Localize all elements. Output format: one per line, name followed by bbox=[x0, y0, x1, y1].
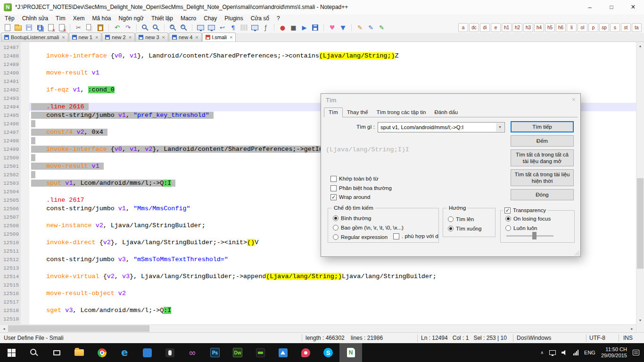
blue-app-icon[interactable] bbox=[136, 343, 158, 362]
resize-grip-icon[interactable] bbox=[574, 250, 579, 255]
slider-track[interactable] bbox=[506, 235, 553, 237]
code-line[interactable]: 12489 bbox=[0, 60, 636, 69]
visual-studio-icon[interactable]: ∞ bbox=[181, 343, 204, 362]
horizontal-scrollbar[interactable]: ◄ ► bbox=[0, 324, 636, 332]
code-line[interactable]: 12518 sget v3, Lcom/android/mms/l;->Q:I bbox=[0, 306, 636, 315]
slider-thumb[interactable] bbox=[532, 232, 537, 239]
code-line[interactable]: 12491 bbox=[0, 77, 636, 86]
search-mode-radio-2[interactable]: Regular expression bbox=[333, 234, 388, 240]
tag-button-e[interactable]: e bbox=[491, 23, 501, 32]
record-macro-icon[interactable]: ● bbox=[277, 23, 288, 33]
edit-tag1-icon[interactable]: ✎ bbox=[355, 23, 365, 33]
action-center-icon[interactable] bbox=[630, 343, 642, 362]
tab-close-icon[interactable] bbox=[62, 34, 65, 40]
code-line[interactable]: 12519 bbox=[0, 315, 636, 323]
menu-item-6[interactable]: Thiết lập bbox=[148, 15, 177, 22]
edit-tag2-icon[interactable]: ✎ bbox=[365, 23, 376, 33]
indent-guide-icon[interactable] bbox=[239, 23, 249, 33]
scroll-down-icon[interactable]: ▼ bbox=[636, 316, 644, 324]
file-tab-1[interactable]: new 1 bbox=[69, 33, 102, 41]
find-next-button[interactable]: Tìm tiếp bbox=[511, 121, 574, 132]
scroll-left-icon[interactable]: ◄ bbox=[0, 325, 8, 332]
menu-item-4[interactable]: Mã hóa bbox=[88, 15, 115, 22]
tab-close-icon[interactable] bbox=[129, 34, 132, 40]
tag-button-ta[interactable]: ta bbox=[632, 23, 642, 32]
code-line[interactable]: 12516 move-result-object v2 bbox=[0, 289, 636, 298]
heart-icon[interactable]: ♥ bbox=[327, 23, 338, 33]
mouse-utility-icon[interactable] bbox=[158, 343, 181, 362]
transparency-checkbox[interactable]: Transparency bbox=[503, 207, 547, 214]
close-file-icon[interactable] bbox=[45, 23, 56, 33]
play-macro-icon[interactable]: ▶ bbox=[299, 23, 310, 33]
tag-button-h5[interactable]: h5 bbox=[545, 23, 555, 32]
volume-icon[interactable] bbox=[559, 343, 570, 362]
red-app-icon[interactable] bbox=[294, 343, 317, 362]
tag-button-h4[interactable]: h4 bbox=[534, 23, 544, 32]
tray-expand-icon[interactable] bbox=[538, 343, 547, 362]
save-all-icon[interactable] bbox=[34, 23, 45, 33]
function-list-icon[interactable]: ƒ bbox=[260, 23, 271, 33]
find-dialog-tab-1[interactable]: Thay thế bbox=[343, 108, 372, 117]
menu-item-7[interactable]: Macro bbox=[177, 15, 200, 22]
search-button[interactable] bbox=[23, 343, 45, 362]
search-mode-radio-1[interactable]: Bao gồm (\n, \r, \t, \0, \x...) bbox=[333, 224, 404, 230]
maximize-button[interactable] bbox=[601, 0, 622, 14]
show-all-chars-icon[interactable]: ¶ bbox=[228, 23, 239, 33]
direction-radio-1[interactable]: Tìm xuống bbox=[448, 225, 481, 231]
menu-item-2[interactable]: Tìm bbox=[52, 15, 69, 22]
replace-icon[interactable] bbox=[150, 23, 161, 33]
menu-item-5[interactable]: Ngôn ngữ bbox=[115, 15, 147, 22]
task-view-button[interactable] bbox=[45, 343, 68, 362]
tag-button-h2[interactable]: h2 bbox=[512, 23, 522, 32]
tag-button-st[interactable]: st bbox=[621, 23, 631, 32]
funnel-icon[interactable]: ▼ bbox=[338, 23, 348, 33]
save-macro-icon[interactable] bbox=[310, 23, 321, 33]
menu-item-9[interactable]: Plugins bbox=[221, 15, 247, 22]
tag-button-dc[interactable]: dc bbox=[469, 23, 479, 32]
photoshop-icon[interactable]: Ps bbox=[204, 343, 226, 362]
sync-scroll-h-icon[interactable] bbox=[206, 23, 217, 33]
transparency-radio-0[interactable]: On losing focus bbox=[505, 215, 551, 222]
tag-button-h6[interactable]: h6 bbox=[556, 23, 566, 32]
new-file-icon[interactable] bbox=[2, 23, 13, 33]
zoom-out-icon[interactable] bbox=[178, 23, 189, 33]
tag-button-a[interactable]: a bbox=[458, 23, 468, 32]
close-all-icon[interactable] bbox=[56, 23, 67, 33]
menu-item-10[interactable]: Cửa sổ bbox=[247, 15, 273, 22]
code-line[interactable]: 12513 bbox=[0, 264, 636, 272]
paste-icon[interactable] bbox=[95, 23, 106, 33]
code-line[interactable]: 12517 bbox=[0, 298, 636, 306]
language-indicator[interactable]: ENG bbox=[581, 343, 598, 362]
tag-button-h1[interactable]: h1 bbox=[502, 23, 512, 32]
stop-macro-icon[interactable]: ■ bbox=[288, 23, 299, 33]
skype-icon[interactable]: S bbox=[317, 343, 339, 362]
dialog-close-button[interactable]: Đóng bbox=[511, 189, 574, 200]
sync-scroll-v-icon[interactable] bbox=[195, 23, 206, 33]
file-tab-3[interactable]: new 3 bbox=[135, 33, 168, 41]
wrap-around-checkbox[interactable]: Wrap around bbox=[330, 194, 370, 200]
file-tab-5[interactable]: l.smali bbox=[202, 33, 236, 41]
search-mode-radio-0[interactable]: Bình thường bbox=[333, 215, 371, 221]
blue-app2-icon[interactable] bbox=[272, 343, 294, 362]
start-button[interactable] bbox=[0, 343, 23, 362]
scroll-right-icon[interactable]: ► bbox=[628, 325, 636, 332]
transparency-radio-1[interactable]: Luôn luôn bbox=[505, 225, 537, 231]
horizontal-scroll-thumb[interactable] bbox=[8, 325, 149, 332]
transparency-slider[interactable] bbox=[506, 231, 558, 240]
minimize-button[interactable] bbox=[579, 0, 601, 14]
direction-radio-0[interactable]: Tìm lên bbox=[448, 216, 474, 222]
match-whole-word-checkbox[interactable]: Khớp toàn bộ từ bbox=[330, 175, 379, 182]
tab-close-icon[interactable] bbox=[195, 34, 198, 40]
dot-matches-newline-checkbox[interactable]: . phù hợp với dòn bbox=[393, 233, 438, 239]
code-line[interactable]: 12487 bbox=[0, 43, 636, 52]
tag-button-di[interactable]: di bbox=[480, 23, 490, 32]
close-button[interactable] bbox=[622, 0, 644, 14]
vertical-scroll-thumb[interactable] bbox=[637, 178, 644, 269]
tag-button-li[interactable]: li bbox=[567, 23, 577, 32]
find-icon[interactable] bbox=[140, 23, 150, 33]
save-icon[interactable] bbox=[24, 23, 34, 33]
file-explorer-icon[interactable] bbox=[68, 343, 91, 362]
zoom-in-icon[interactable] bbox=[167, 23, 178, 33]
menu-item-0[interactable]: Tệp bbox=[1, 15, 18, 22]
dialog-close-icon[interactable] bbox=[572, 96, 576, 103]
